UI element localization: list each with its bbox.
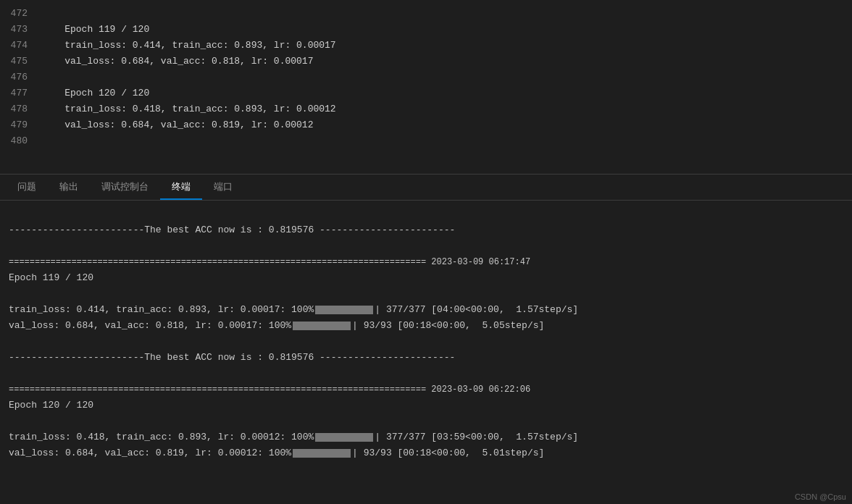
terminal-train-120: train_loss: 0.418, train_acc: 0.893, lr:… [9,429,843,445]
code-line-478: train_loss: 0.418, train_acc: 0.893, lr:… [42,101,852,117]
terminal-area[interactable]: ------------------------The best ACC now… [0,201,852,504]
line-num: 476 [0,70,28,85]
terminal-best-acc-1: ------------------------The best ACC now… [9,222,843,238]
code-content: Epoch 119 / 120 train_loss: 0.414, train… [36,0,852,174]
tab-bar: 问题 输出 调试控制台 终端 端口 [0,175,852,201]
line-num: 477 [0,85,28,101]
code-line-475: val_loss: 0.684, val_acc: 0.818, lr: 0.0… [42,54,852,70]
tab-debug-console[interactable]: 调试控制台 [90,174,160,200]
tab-problems[interactable]: 问题 [6,174,48,200]
terminal-epoch119: Epoch 119 / 120 [9,270,843,286]
code-line-473: Epoch 119 / 120 [42,22,852,38]
line-num: 479 [0,117,28,133]
line-num: 478 [0,101,28,117]
terminal-best-acc-2: ------------------------The best ACC now… [9,350,843,366]
tab-terminal-label: 终端 [172,180,191,193]
terminal-val-119: val_loss: 0.684, val_acc: 0.818, lr: 0.0… [9,318,843,334]
terminal-epoch119-header: ========================================… [9,254,843,270]
tab-problems-label: 问题 [17,180,36,193]
line-num: 475 [0,54,28,70]
terminal-train-119: train_loss: 0.414, train_acc: 0.893, lr:… [9,302,843,318]
tab-output[interactable]: 输出 [48,174,90,200]
code-line-479: val_loss: 0.684, val_acc: 0.819, lr: 0.0… [42,117,852,133]
tab-terminal[interactable]: 终端 [160,174,202,200]
line-numbers: 472 473 474 475 476 477 478 479 480 [0,0,36,174]
terminal-epoch120: Epoch 120 / 120 [9,398,843,413]
watermark: CSDN @Cpsu [795,492,846,501]
tab-output-label: 输出 [59,180,78,193]
code-line-474: train_loss: 0.414, train_acc: 0.893, lr:… [42,38,852,54]
line-num: 472 [0,6,28,22]
terminal-epoch120-header: ========================================… [9,382,843,398]
terminal-val-120: val_loss: 0.684, val_acc: 0.819, lr: 0.0… [9,445,843,461]
line-num: 480 [0,133,28,149]
tab-debug-label: 调试控制台 [101,180,149,193]
editor-area: 472 473 474 475 476 477 478 479 480 Epoc… [0,0,852,174]
tab-ports-label: 端口 [214,180,233,193]
tab-ports[interactable]: 端口 [202,174,244,200]
line-num: 473 [0,22,28,38]
line-num: 474 [0,38,28,54]
code-line-477: Epoch 120 / 120 [42,85,852,101]
